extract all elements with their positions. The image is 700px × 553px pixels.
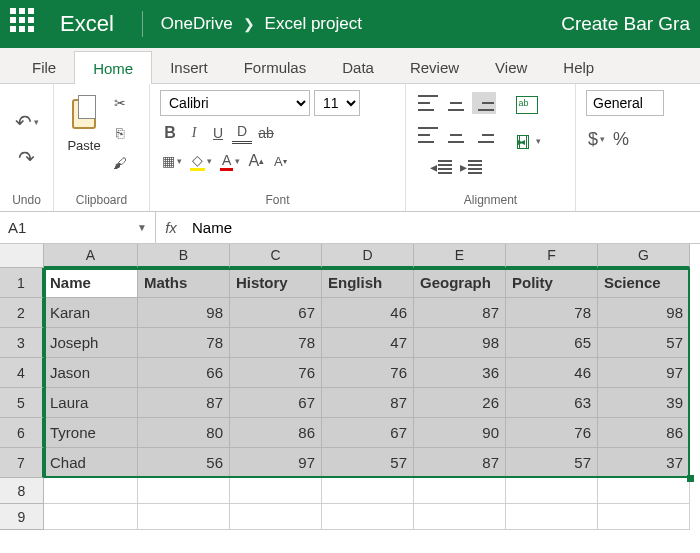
column-header[interactable]: E	[414, 244, 506, 268]
cell[interactable]: 46	[322, 298, 414, 328]
column-header[interactable]: B	[138, 244, 230, 268]
cell[interactable]: 46	[506, 358, 598, 388]
currency-button[interactable]: $▾	[586, 128, 607, 150]
cell[interactable]: 67	[230, 388, 322, 418]
cell[interactable]: Maths	[138, 268, 230, 298]
bold-button[interactable]: B	[160, 122, 180, 144]
tab-help[interactable]: Help	[545, 51, 612, 83]
format-painter-button[interactable]: 🖌	[110, 152, 130, 174]
column-header[interactable]: G	[598, 244, 690, 268]
cell[interactable]: English	[322, 268, 414, 298]
cell[interactable]	[230, 504, 322, 530]
copy-button[interactable]: ⎘	[110, 122, 130, 144]
borders-button[interactable]: ▦▾	[160, 150, 184, 172]
row-header[interactable]: 6	[0, 418, 44, 448]
cell[interactable]	[598, 478, 690, 504]
cell[interactable]: 87	[414, 448, 506, 478]
row-header[interactable]: 3	[0, 328, 44, 358]
cell[interactable]: 67	[230, 298, 322, 328]
cell[interactable]	[506, 478, 598, 504]
select-all-corner[interactable]	[0, 244, 44, 268]
tab-formulas[interactable]: Formulas	[226, 51, 325, 83]
cell[interactable]: Chad	[44, 448, 138, 478]
paste-label[interactable]: Paste	[67, 138, 100, 153]
row-header[interactable]: 9	[0, 504, 44, 530]
cell[interactable]: 47	[322, 328, 414, 358]
cell[interactable]	[230, 478, 322, 504]
cell[interactable]: 57	[322, 448, 414, 478]
tab-view[interactable]: View	[477, 51, 545, 83]
row-header[interactable]: 1	[0, 268, 44, 298]
merge-cells-button[interactable]: ▾	[510, 130, 543, 152]
cell[interactable]: 80	[138, 418, 230, 448]
decrease-font-button[interactable]: A▾	[270, 150, 290, 172]
align-middle-button[interactable]	[444, 92, 468, 114]
cell[interactable]: 98	[598, 298, 690, 328]
cell[interactable]	[44, 478, 138, 504]
tab-file[interactable]: File	[14, 51, 74, 83]
wrap-text-button[interactable]	[514, 94, 540, 116]
cell[interactable]: History	[230, 268, 322, 298]
name-box[interactable]: A1 ▼	[0, 212, 156, 243]
percent-button[interactable]: %	[611, 128, 631, 150]
cell[interactable]: 56	[138, 448, 230, 478]
undo-button[interactable]: ↶▾	[13, 111, 41, 133]
cell[interactable]: 98	[138, 298, 230, 328]
cell[interactable]: 86	[598, 418, 690, 448]
cell[interactable]: Name	[44, 268, 138, 298]
align-center-button[interactable]	[444, 124, 468, 146]
cell[interactable]: Joseph	[44, 328, 138, 358]
cell[interactable]: 87	[414, 298, 506, 328]
tab-home[interactable]: Home	[74, 51, 152, 84]
cell[interactable]: 78	[506, 298, 598, 328]
cell[interactable]: 37	[598, 448, 690, 478]
number-format-select[interactable]	[586, 90, 664, 116]
font-name-select[interactable]: Calibri	[160, 90, 310, 116]
row-header[interactable]: 7	[0, 448, 44, 478]
cell[interactable]: Karan	[44, 298, 138, 328]
cell[interactable]: 66	[138, 358, 230, 388]
fill-color-button[interactable]: ◇▾	[188, 150, 214, 172]
italic-button[interactable]: I	[184, 122, 204, 144]
underline-button[interactable]: U	[208, 122, 228, 144]
cell[interactable]	[44, 504, 138, 530]
cell[interactable]: Jason	[44, 358, 138, 388]
app-launcher-icon[interactable]	[10, 8, 42, 40]
cell[interactable]: 36	[414, 358, 506, 388]
cell[interactable]: 90	[414, 418, 506, 448]
row-header[interactable]: 8	[0, 478, 44, 504]
align-bottom-button[interactable]	[472, 92, 496, 114]
cell[interactable]: 78	[230, 328, 322, 358]
breadcrumb-project[interactable]: Excel project	[265, 14, 362, 34]
tab-review[interactable]: Review	[392, 51, 477, 83]
column-header[interactable]: D	[322, 244, 414, 268]
column-header[interactable]: A	[44, 244, 138, 268]
cell[interactable]: 98	[414, 328, 506, 358]
strikethrough-button[interactable]: ab	[256, 122, 276, 144]
cell[interactable]: 76	[506, 418, 598, 448]
row-header[interactable]: 4	[0, 358, 44, 388]
cell[interactable]	[322, 504, 414, 530]
cell[interactable]: 57	[598, 328, 690, 358]
chevron-down-icon[interactable]: ▼	[137, 222, 147, 233]
cell[interactable]: 97	[598, 358, 690, 388]
cell[interactable]	[598, 504, 690, 530]
column-header[interactable]: C	[230, 244, 322, 268]
fx-icon[interactable]: fx	[156, 219, 186, 236]
cell[interactable]: 78	[138, 328, 230, 358]
breadcrumb[interactable]: OneDrive ❯ Excel project	[161, 14, 561, 34]
increase-indent-button[interactable]: ▸	[458, 156, 484, 178]
align-right-button[interactable]	[472, 124, 496, 146]
cell[interactable]: Tyrone	[44, 418, 138, 448]
cell[interactable]: 39	[598, 388, 690, 418]
align-left-button[interactable]	[416, 124, 440, 146]
cell[interactable]: 97	[230, 448, 322, 478]
cell[interactable]: 76	[230, 358, 322, 388]
cell[interactable]: 87	[322, 388, 414, 418]
cell[interactable]: Laura	[44, 388, 138, 418]
cell[interactable]	[506, 504, 598, 530]
cell[interactable]: 86	[230, 418, 322, 448]
cut-button[interactable]: ✂	[110, 92, 130, 114]
cell[interactable]: 76	[322, 358, 414, 388]
cell[interactable]	[414, 478, 506, 504]
